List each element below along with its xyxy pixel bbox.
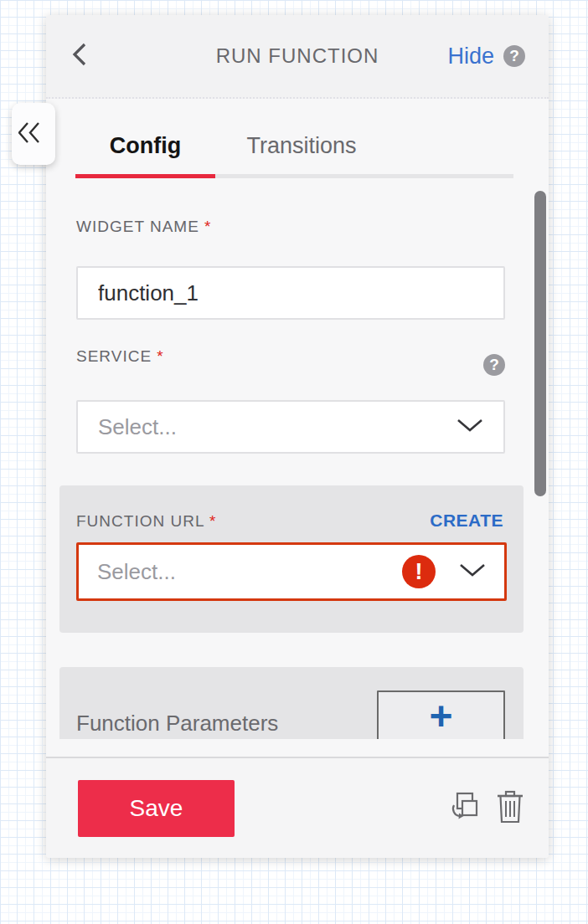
double-chevron-left-icon: [18, 121, 42, 147]
chevron-left-icon: [71, 42, 88, 70]
function-url-select[interactable]: Select... !: [76, 542, 507, 601]
panel-footer: Save: [46, 757, 549, 858]
panel-content: Config Transitions WIDGET NAME * SERVICE…: [46, 99, 549, 739]
tab-bar: Config Transitions: [75, 124, 513, 178]
required-asterisk: *: [209, 512, 216, 530]
duplicate-button[interactable]: [446, 790, 480, 826]
create-link[interactable]: CREATE: [430, 511, 503, 531]
widget-name-input[interactable]: [76, 266, 505, 320]
tab-active-underline: [75, 174, 215, 178]
function-parameters-label: Function Parameters: [76, 711, 278, 737]
required-asterisk: *: [204, 218, 211, 235]
back-button[interactable]: [71, 43, 93, 69]
service-select[interactable]: Select...: [76, 400, 505, 454]
chevron-down-icon: [459, 563, 486, 581]
tab-config[interactable]: Config: [75, 133, 215, 159]
panel-header: RUN FUNCTION Hide ?: [46, 15, 549, 99]
save-button[interactable]: Save: [78, 780, 235, 837]
run-function-panel: RUN FUNCTION Hide ? Config Transitions W…: [46, 15, 549, 858]
delete-button[interactable]: [495, 790, 525, 826]
widget-name-label: WIDGET NAME *: [76, 218, 212, 236]
add-parameter-button[interactable]: +: [377, 690, 505, 739]
error-exclamation-icon: !: [402, 555, 436, 588]
hide-link[interactable]: Hide: [447, 44, 494, 69]
function-url-select-placeholder: Select...: [97, 559, 402, 585]
function-url-label: FUNCTION URL *: [76, 512, 216, 531]
duplicate-icon: [446, 790, 480, 826]
service-select-placeholder: Select...: [98, 414, 456, 440]
footer-gap: [46, 739, 549, 757]
service-help-icon[interactable]: ?: [483, 354, 505, 376]
tab-transitions[interactable]: Transitions: [245, 133, 358, 159]
panel-title: RUN FUNCTION: [216, 44, 379, 68]
chevron-down-icon: [456, 418, 483, 436]
function-url-section: FUNCTION URL * CREATE Select... !: [59, 485, 524, 633]
service-label: SERVICE *: [76, 347, 164, 366]
service-label-row: SERVICE * ?: [76, 347, 505, 376]
required-asterisk: *: [157, 347, 163, 365]
collapse-panel-button[interactable]: [12, 103, 55, 165]
scrollbar-thumb[interactable]: [534, 191, 546, 496]
trash-icon: [495, 790, 525, 826]
function-parameters-section: Function Parameters +: [59, 667, 524, 739]
tab-underline-track: [75, 174, 513, 178]
help-icon[interactable]: ?: [503, 45, 525, 67]
